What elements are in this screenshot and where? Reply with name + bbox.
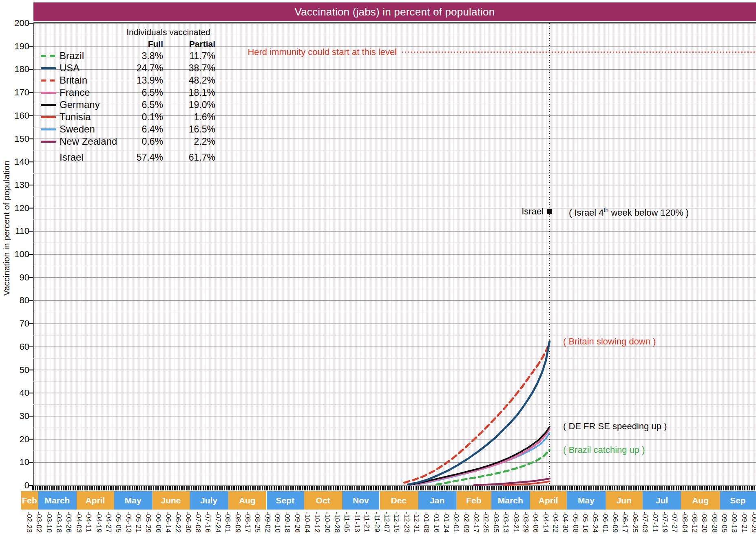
date-tick-label: -02-17 [472,512,480,533]
date-tick-label: -06-06 [154,512,162,533]
month-band-april-2: April [77,491,114,510]
legend-row-israel: Israel57.4%61.7% [41,151,220,163]
date-tick-label: -06-14 [164,512,172,533]
date-tick-label: -05-21 [134,512,142,533]
date-tick-label: -10-28 [333,512,341,533]
month-band-feb-12: Feb [456,491,491,510]
date-tick-label: -09-13 [730,512,738,533]
annotation-britain-slowing: ( Britain slowing down ) [563,336,656,347]
date-tick-label: -04-19 [95,512,103,533]
date-tick-label: -03-18 [55,512,63,533]
legend-value: 18.1% [163,87,215,98]
annotation-herd-immunity: Herd immunity could start at this level [0,47,397,57]
legend-swatch [41,104,56,106]
date-tick-label: -08-01 [223,512,232,533]
date-tick-label: -08-09 [234,512,242,533]
month-band-aug-18: Aug [681,491,719,510]
annotation-defrse-speeding: ( DE FR SE speeding up ) [563,421,667,432]
legend-country-name: Britain [60,75,122,86]
date-tick-label: -10-04 [303,512,311,533]
y-tick-label: 130 [5,180,29,190]
date-tick-label: -03-05 [492,512,500,533]
date-tick-label: -05-13 [124,512,133,533]
legend-row-france: France6.5%18.1% [41,86,220,99]
y-tick-label: 0 [5,480,29,491]
date-tick-label: -02-23 [25,512,33,533]
date-tick-label: -06-01 [601,512,609,533]
date-tick-label: -05-29 [144,512,152,533]
date-tick-label: -05-08 [571,512,579,533]
date-tick-label: -09-02 [263,512,272,533]
date-tick-label: -04-06 [531,512,539,533]
legend-value: 24.7% [122,63,163,74]
y-tick-label: 110 [5,226,29,236]
legend-swatch [41,141,56,143]
date-tick-label: -03-21 [512,512,520,533]
legend-row-new-zealand: New Zealand0.6%2.2% [41,135,220,148]
date-tick-label: -08-04 [681,512,689,533]
legend-country-name: Germany [60,99,122,110]
month-band-june-4: June [152,491,189,510]
date-tick-label: -06-25 [631,512,639,533]
y-tick-label: 80 [5,295,29,306]
date-tick-label: -02-01 [452,512,460,533]
date-tick-label: -03-26 [64,512,73,533]
legend-swatch [41,67,56,69]
date-tick-label: -08-28 [710,512,718,533]
date-tick-label: -10-12 [313,512,321,533]
date-tick-label: -12-07 [382,512,391,533]
legend-swatch [41,92,56,94]
month-band-nov-9: Nov [342,491,379,510]
date-tick-label: -07-16 [203,512,212,533]
date-tick-label: -01-24 [442,512,450,533]
y-tick-label: 140 [5,157,29,167]
legend-swatch [41,79,56,82]
legend-value: 38.7% [163,63,215,74]
legend-country-name: France [60,87,122,98]
month-band-jan-11: Jan [418,491,456,510]
date-tick-label: -07-27 [670,512,679,533]
legend-value: 1.6% [163,112,215,123]
y-tick-label: 40 [5,388,29,398]
date-tick-label: -06-17 [621,512,629,533]
date-tick-label: -09-29 [750,512,756,533]
date-tick-label: -11-13 [353,512,361,532]
y-tick-label: 70 [5,318,29,329]
date-tick-label: -06-30 [184,512,192,533]
date-tick-label: -04-03 [75,512,83,533]
x-axis-day-ticks [32,486,756,490]
month-band-dec-10: Dec [380,491,418,510]
date-tick-label: -05-16 [581,512,589,533]
date-tick-label: -01-16 [432,512,440,533]
month-band-may-3: May [114,491,152,510]
date-tick-label: -07-24 [214,512,222,533]
legend-row-tunisia: Tunisia0.1%1.6% [41,111,220,123]
annotation-israel-label: Israel [0,206,544,217]
date-tick-label: -11-29 [373,512,381,532]
date-tick-label: -12-23 [402,512,411,533]
date-tick-label: -04-27 [104,512,113,533]
legend-value: 6.5% [122,99,163,110]
date-tick-label: -05-05 [114,512,122,533]
y-tick-label: 180 [5,64,29,75]
legend-value: 6.4% [122,124,163,135]
legend-value: 57.4% [122,152,163,163]
date-tick-label: -08-12 [690,512,699,533]
date-tick-label: -04-22 [551,512,559,533]
legend-value: 0.1% [122,112,163,123]
date-tick-label: -05-24 [591,512,599,533]
legend-header: Individuals vaccinated [122,26,215,38]
legend-value: 48.2% [163,75,215,86]
date-tick-label: -08-25 [253,512,261,533]
y-tick-label: 90 [5,272,29,283]
month-band-july-5: July [190,491,228,510]
month-band-feb-0: Feb [21,491,38,510]
month-band-aug-6: Aug [228,491,266,510]
legend-value: 0.6% [122,136,163,147]
month-band-march-13: March [491,491,530,510]
date-tick-label: -12-31 [412,512,420,533]
month-band-sep-19: Sep [720,491,756,510]
date-tick-label: -07-11 [651,512,659,532]
date-tick-label: -12-15 [392,512,400,533]
date-tick-label: -08-17 [243,512,252,533]
